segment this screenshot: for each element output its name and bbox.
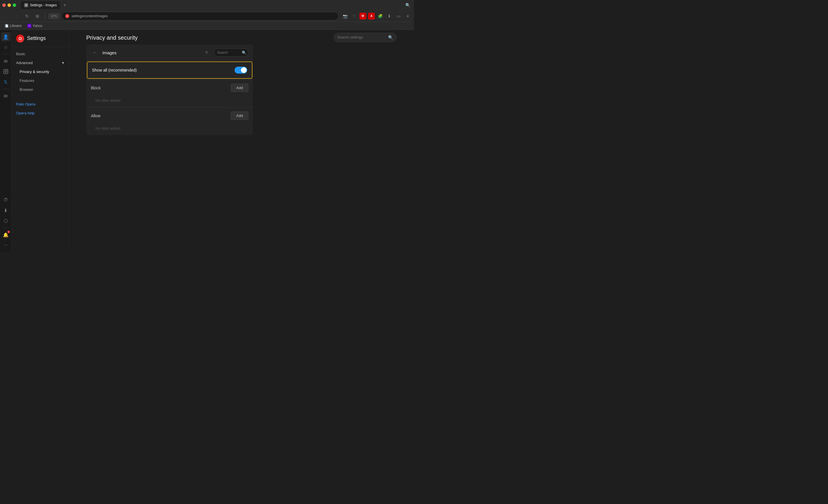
panel-header: ← Images ? 🔍 bbox=[86, 45, 253, 61]
navbar: ‹ › ↻ ⊞ VPN O settings/content/images 📷 … bbox=[0, 10, 414, 22]
address-bar[interactable]: O settings/content/images bbox=[61, 12, 339, 20]
downloads-button[interactable]: ⬇ bbox=[385, 12, 393, 20]
allow-add-button[interactable]: Add bbox=[231, 111, 248, 120]
sidebar-icon-history[interactable]: ⏱ bbox=[1, 195, 10, 204]
sidebar-divider-1 bbox=[2, 54, 9, 54]
navbar-right-icons: 📷 ♡ M A 🧩 ⬇ ▭ ≡ bbox=[341, 12, 412, 20]
chevron-down-icon: ▾ bbox=[62, 61, 64, 65]
sidebar-divider-2 bbox=[2, 89, 9, 89]
page-title: Privacy and security bbox=[86, 30, 138, 45]
traffic-lights bbox=[2, 3, 16, 7]
bookmark-lifewire[interactable]: 📄 Lifewire bbox=[2, 23, 24, 29]
bookmark-yahoo-label: Yahoo bbox=[33, 24, 42, 28]
sidebar-icon-more[interactable]: ··· bbox=[1, 240, 10, 250]
main-content: Privacy and security 🔍 ← Images ? 🔍 bbox=[69, 30, 414, 252]
maximize-button[interactable] bbox=[13, 3, 16, 7]
block-add-button[interactable]: Add bbox=[231, 84, 248, 92]
opera-help-link[interactable]: Opera help bbox=[16, 111, 35, 115]
settings-nav: O Settings Basic Advanced ▾ Privacy & se… bbox=[11, 30, 69, 252]
tab-favicon: ⚙ bbox=[24, 3, 28, 7]
tab-bar: ⚙ Settings - Images + bbox=[21, 1, 401, 9]
opera-logo: O bbox=[16, 35, 24, 43]
nav-item-opera-help[interactable]: Opera help bbox=[11, 108, 69, 118]
sidebar-icon-messenger[interactable]: ✉ bbox=[1, 57, 10, 66]
nav-item-advanced[interactable]: Advanced ▾ bbox=[11, 58, 69, 67]
toggle-label: Show all (recommended) bbox=[92, 68, 137, 73]
favorites-button[interactable]: ♡ bbox=[350, 12, 358, 20]
main-layout: 👤 ☆ ✉ 𝕏 ✉ ⏱ ⬇ ⬡ 🔔 ··· O Settings bbox=[0, 30, 414, 252]
allow-section-row: Allow Add bbox=[86, 107, 253, 124]
settings-search-icon: 🔍 bbox=[388, 35, 393, 40]
titlebar-search-button[interactable]: 🔍 bbox=[404, 1, 412, 9]
sidebar-icon-star[interactable]: ☆ bbox=[1, 43, 10, 52]
refresh-button[interactable]: ↻ bbox=[23, 12, 31, 20]
forward-button[interactable]: › bbox=[13, 12, 21, 20]
settings-search-input[interactable] bbox=[337, 35, 386, 39]
block-empty-text: No sites added bbox=[86, 96, 253, 107]
bookmark-lifewire-icon: 📄 bbox=[5, 24, 9, 28]
camera-button[interactable]: 📷 bbox=[341, 12, 349, 20]
back-button[interactable]: ‹ bbox=[2, 12, 10, 20]
allow-label: Allow bbox=[91, 113, 100, 118]
nav-item-rate-opera[interactable]: Rate Opera bbox=[11, 100, 69, 108]
sidebar-icon-instagram[interactable] bbox=[1, 67, 10, 76]
nav-item-browser[interactable]: Browser bbox=[11, 85, 69, 94]
bookmark-yahoo-icon: Y bbox=[27, 24, 31, 28]
vpn-badge[interactable]: VPN bbox=[49, 13, 59, 19]
content-area: ← Images ? 🔍 Show all (recommended) Bloc… bbox=[69, 45, 414, 135]
panel-help-button[interactable]: ? bbox=[202, 49, 210, 57]
sidebar-divider-3 bbox=[2, 228, 9, 228]
svg-point-1 bbox=[5, 71, 7, 73]
block-section-row: Block Add bbox=[86, 79, 253, 96]
content-top-bar: Privacy and security 🔍 bbox=[69, 30, 414, 45]
panel-search-icon: 🔍 bbox=[242, 51, 246, 55]
settings-header: O Settings bbox=[11, 30, 69, 47]
nav-item-basic[interactable]: Basic bbox=[11, 49, 69, 58]
tab-label: Settings - Images bbox=[30, 3, 57, 7]
address-text: settings/content/images bbox=[72, 14, 335, 18]
panel-back-button[interactable]: ← bbox=[91, 49, 99, 57]
settings-search-box[interactable]: 🔍 bbox=[333, 33, 397, 42]
rate-opera-link[interactable]: Rate Opera bbox=[16, 102, 35, 106]
bookmarks-bar: 📄 Lifewire Y Yahoo bbox=[0, 22, 414, 30]
allow-empty-text: No sites added bbox=[86, 124, 253, 135]
svg-point-2 bbox=[7, 70, 7, 71]
nav-items-container: Basic Advanced ▾ Privacy & security Feat… bbox=[11, 47, 69, 252]
active-tab[interactable]: ⚙ Settings - Images bbox=[21, 1, 60, 9]
bookmark-lifewire-label: Lifewire bbox=[10, 24, 22, 28]
titlebar: ⚙ Settings - Images + 🔍 bbox=[0, 0, 414, 10]
minimize-button[interactable] bbox=[7, 3, 11, 7]
myopera-button[interactable]: M bbox=[359, 13, 366, 19]
sidebar-icons: 👤 ☆ ✉ 𝕏 ✉ ⏱ ⬇ ⬡ 🔔 ··· bbox=[0, 30, 11, 252]
extensions-button[interactable]: 🧩 bbox=[376, 12, 384, 20]
svg-rect-0 bbox=[3, 70, 8, 74]
menu-button[interactable]: ≡ bbox=[404, 12, 412, 20]
images-panel: ← Images ? 🔍 Show all (recommended) Bloc… bbox=[86, 45, 253, 135]
nav-item-features[interactable]: Features bbox=[11, 76, 69, 85]
panel-search[interactable]: 🔍 bbox=[214, 49, 248, 57]
panel-search-input[interactable] bbox=[217, 51, 240, 55]
sidebar-icon-mail[interactable]: ✉ bbox=[1, 91, 10, 101]
close-button[interactable] bbox=[2, 3, 6, 7]
grid-view-button[interactable]: ⊞ bbox=[33, 12, 41, 20]
opera-icon: O bbox=[65, 14, 69, 18]
nav-item-privacy[interactable]: Privacy & security bbox=[11, 67, 69, 76]
ad-block-button[interactable]: A bbox=[368, 13, 375, 19]
sidebar-icon-notifications[interactable]: 🔔 bbox=[1, 230, 10, 239]
sidebar-icon-downloads[interactable]: ⬇ bbox=[1, 206, 10, 215]
notification-badge bbox=[7, 231, 10, 233]
panel-title: Images bbox=[102, 50, 199, 55]
sidebar-icon-profile[interactable]: 👤 bbox=[1, 32, 10, 41]
sidebar-icon-extensions[interactable]: ⬡ bbox=[1, 216, 10, 225]
show-all-toggle[interactable] bbox=[235, 67, 247, 74]
settings-title: Settings bbox=[27, 35, 46, 41]
new-tab-button[interactable]: + bbox=[61, 2, 68, 9]
sidebar-icon-twitter[interactable]: 𝕏 bbox=[1, 77, 10, 87]
show-all-toggle-row: Show all (recommended) bbox=[87, 61, 252, 79]
window-button[interactable]: ▭ bbox=[395, 12, 403, 20]
bookmark-yahoo[interactable]: Y Yahoo bbox=[25, 23, 45, 29]
block-label: Block bbox=[91, 86, 100, 90]
